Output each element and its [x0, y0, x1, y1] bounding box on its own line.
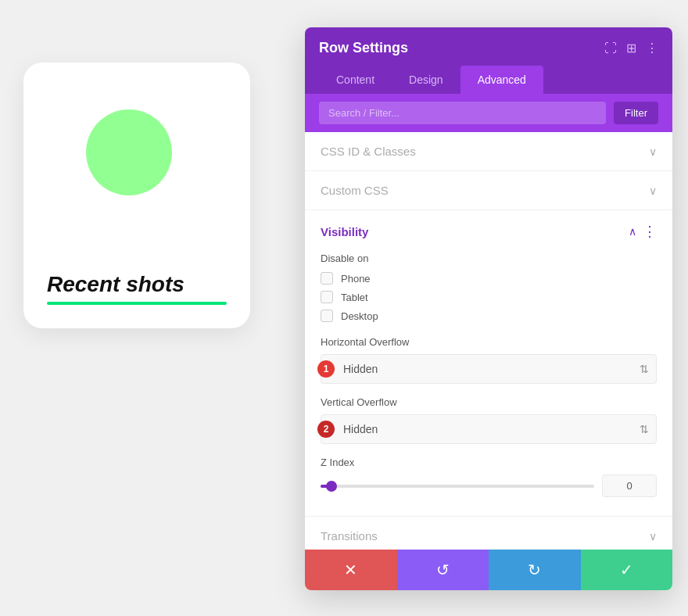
- vertical-badge: 2: [317, 421, 335, 438]
- search-input[interactable]: [319, 102, 606, 124]
- row-settings-modal: Row Settings ⛶ ⊞ ⋮ Content Design Advanc…: [305, 27, 672, 590]
- phone-checkbox[interactable]: [321, 272, 333, 285]
- horizontal-badge: 1: [317, 360, 335, 378]
- transitions-section: Transitions ∨: [305, 517, 672, 550]
- transitions-header[interactable]: Transitions ∨: [305, 517, 672, 550]
- custom-css-header[interactable]: Custom CSS ∨: [305, 171, 672, 210]
- horizontal-overflow-select[interactable]: Hidden Visible Auto Scroll: [321, 354, 657, 384]
- visibility-header[interactable]: Visibility ∧ ⋮: [305, 210, 672, 252]
- modal-tabs: Content Design Advanced: [319, 66, 658, 94]
- tab-advanced[interactable]: Advanced: [460, 66, 543, 94]
- tab-content[interactable]: Content: [319, 66, 392, 94]
- transitions-label: Transitions: [321, 529, 378, 543]
- custom-css-section: Custom CSS ∨: [305, 171, 672, 210]
- tablet-checkbox[interactable]: [321, 291, 333, 303]
- recent-shots-text: Recent shots: [47, 273, 185, 297]
- visibility-content: Disable on Phone Tablet Desktop: [305, 252, 672, 516]
- css-id-chevron-icon: ∨: [649, 145, 657, 158]
- search-input-wrap: [319, 102, 606, 124]
- z-index-value[interactable]: [602, 475, 657, 497]
- z-index-thumb[interactable]: [326, 481, 337, 492]
- desktop-label: Desktop: [341, 310, 378, 322]
- expand-icon[interactable]: ⛶: [604, 41, 617, 56]
- tab-design[interactable]: Design: [392, 66, 460, 94]
- modal-content: CSS ID & Classes ∨ Custom CSS ∨ Visibili…: [305, 132, 672, 550]
- visibility-icons: ∧ ⋮: [629, 223, 657, 240]
- checkbox-phone: Phone: [321, 272, 657, 285]
- css-id-classes-section: CSS ID & Classes ∨: [305, 132, 672, 171]
- underline-decoration: [47, 302, 227, 305]
- redo-button[interactable]: ↻: [489, 550, 581, 590]
- filter-button[interactable]: Filter: [614, 102, 658, 124]
- z-index-track: [321, 485, 594, 488]
- vertical-overflow-select[interactable]: Hidden Visible Auto Scroll: [321, 414, 657, 444]
- modal-title-row: Row Settings ⛶ ⊞ ⋮: [319, 40, 658, 56]
- reset-button[interactable]: ↺: [397, 550, 489, 590]
- decorative-circle: [86, 109, 172, 195]
- search-bar-area: Filter: [305, 94, 672, 132]
- left-card: Recent shots: [23, 63, 250, 328]
- horizontal-overflow-wrap: 1 Hidden Visible Auto Scroll ⇅: [321, 354, 657, 384]
- custom-css-label: Custom CSS: [321, 184, 389, 197]
- modal-footer: ✕ ↺ ↻ ✓: [305, 550, 672, 590]
- css-id-classes-header[interactable]: CSS ID & Classes ∨: [305, 132, 672, 170]
- columns-icon[interactable]: ⊞: [626, 41, 636, 56]
- modal-title: Row Settings: [319, 40, 408, 56]
- visibility-section: Visibility ∧ ⋮ Disable on Phone: [305, 210, 672, 517]
- desktop-checkbox[interactable]: [321, 310, 333, 322]
- custom-css-chevron-icon: ∨: [649, 184, 657, 197]
- horizontal-overflow-label: Horizontal Overflow: [321, 336, 657, 348]
- checkbox-tablet: Tablet: [321, 291, 657, 303]
- confirm-button[interactable]: ✓: [581, 550, 673, 590]
- z-index-slider-wrap: [321, 478, 594, 494]
- modal-header: Row Settings ⛶ ⊞ ⋮ Content Design Advanc…: [305, 27, 672, 94]
- more-icon[interactable]: ⋮: [646, 41, 658, 56]
- transitions-chevron-icon: ∨: [649, 530, 657, 543]
- vertical-overflow-label: Vertical Overflow: [321, 396, 657, 408]
- disable-on-checkboxes: Phone Tablet Desktop: [321, 272, 657, 322]
- visibility-more-icon[interactable]: ⋮: [643, 223, 657, 240]
- z-index-slider-row: [321, 475, 657, 497]
- tablet-label: Tablet: [341, 292, 368, 303]
- css-id-classes-label: CSS ID & Classes: [321, 145, 416, 158]
- checkbox-desktop: Desktop: [321, 310, 657, 322]
- disable-on-label: Disable on: [321, 252, 657, 264]
- z-index-section: Z Index: [321, 457, 657, 503]
- cancel-button[interactable]: ✕: [305, 550, 397, 590]
- visibility-chevron-icon: ∧: [629, 225, 636, 238]
- modal-title-icons: ⛶ ⊞ ⋮: [604, 41, 658, 56]
- z-index-label: Z Index: [321, 457, 657, 468]
- visibility-label: Visibility: [321, 225, 368, 238]
- phone-label: Phone: [341, 273, 371, 285]
- vertical-overflow-wrap: 2 Hidden Visible Auto Scroll ⇅: [321, 414, 657, 444]
- page-background: Recent shots Row Settings ⛶ ⊞ ⋮ Content …: [0, 0, 688, 616]
